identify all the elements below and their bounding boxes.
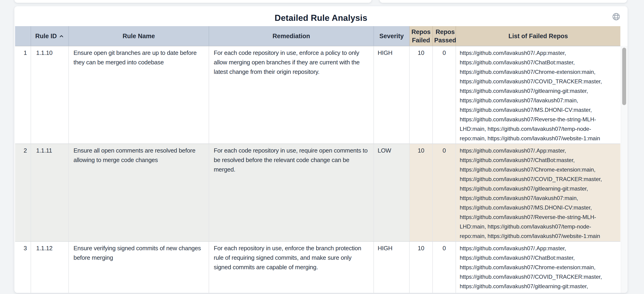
table-header: Rule IDRule NameRemediationSeverityRepos… [15,26,620,46]
cell-rule_id: 1.1.12 [31,241,68,293]
table-row: 11.1.10Ensure open git branches are up t… [15,46,620,144]
previous-card-right-edge [380,0,627,3]
cell-remediation: For each repository in use, enforce the … [209,241,374,293]
vertical-scrollbar-thumb[interactable] [622,48,626,105]
cell-rule_id: 1.1.11 [31,144,68,241]
column-header-severity[interactable]: Severity [374,26,410,46]
column-header-label: Repos Passed [434,28,456,44]
cell-repos_passed: 0 [432,241,456,293]
column-header-label: Severity [379,32,404,40]
cell-repos_failed: 10 [410,46,432,144]
column-header-failed_repos[interactable]: List of Failed Repos [456,26,620,46]
cell-index: 1 [15,46,31,144]
column-header-label: Repos Failed [411,28,431,44]
column-header-label: Rule Name [123,32,155,40]
column-header-repos_failed[interactable]: Repos Failed [410,26,432,46]
cell-rule_name: Ensure open git branches are up to date … [68,46,209,144]
table-row: 31.1.12Ensure verifying signed commits o… [15,241,620,293]
previous-card-left-edge [14,0,372,3]
vertical-scrollbar-track[interactable] [621,46,628,293]
cell-repos_failed: 10 [410,241,432,293]
detailed-rule-analysis-card: Detailed Rule Analysis Rule IDRule NameR… [14,6,628,293]
cell-severity: LOW [374,144,410,241]
cell-remediation: For each code repository in use, enforce… [209,46,374,144]
cell-rule_name: Ensure all open comments are resolved be… [68,144,209,241]
column-header-remediation[interactable]: Remediation [209,26,374,46]
cell-repos_passed: 0 [432,46,456,144]
page-title: Detailed Rule Analysis [275,9,368,23]
cell-index: 2 [15,144,31,241]
table-row: 21.1.11Ensure all open comments are reso… [15,144,620,241]
cell-rule_id: 1.1.10 [31,46,68,144]
cell-failed_repos: https://github.com/lavakush07/.App:maste… [456,144,620,241]
column-header-label: Rule ID [35,32,57,40]
column-header-index[interactable] [15,26,31,46]
sort-ascending-icon [59,33,64,39]
cell-severity: HIGH [374,46,410,144]
detailed-rule-analysis-table: Rule IDRule NameRemediationSeverityRepos… [15,26,620,293]
card-header: Detailed Rule Analysis [14,6,628,26]
cell-failed_repos: https://github.com/lavakush07/.App:maste… [456,241,620,293]
column-header-label: Remediation [272,32,310,40]
globe-icon [612,12,620,21]
cell-severity: HIGH [374,241,410,293]
cell-remediation: For each code repository in use, require… [209,144,374,241]
column-header-label: List of Failed Repos [508,32,568,40]
column-header-repos_passed[interactable]: Repos Passed [432,26,456,46]
cell-failed_repos: https://github.com/lavakush07/.App:maste… [456,46,620,144]
cell-repos_passed: 0 [432,144,456,241]
cell-rule_name: Ensure verifying signed commits of new c… [68,241,209,293]
column-header-rule_id[interactable]: Rule ID [31,26,68,46]
cell-index: 3 [15,241,31,293]
globe-button[interactable] [612,12,620,21]
column-header-rule_name[interactable]: Rule Name [68,26,209,46]
cell-repos_failed: 10 [410,144,432,241]
